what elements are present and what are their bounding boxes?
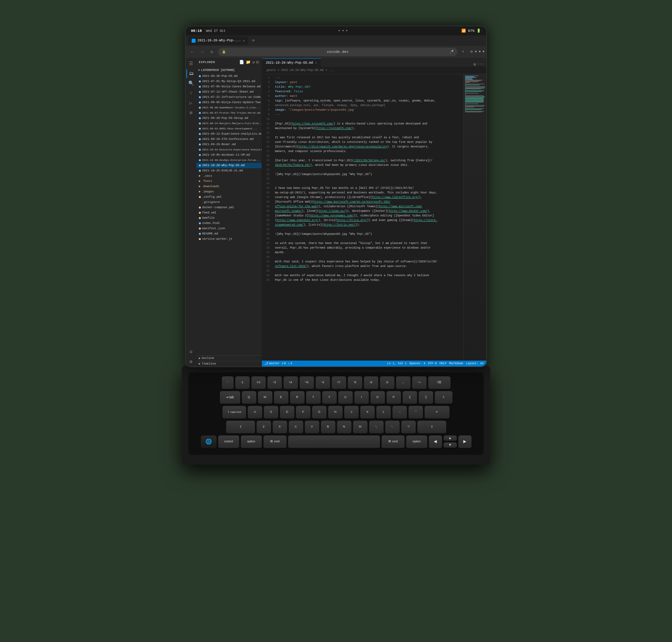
key-i[interactable]: I bbox=[354, 391, 369, 404]
key-3[interactable]: # 3 bbox=[267, 376, 282, 389]
key-control[interactable]: control bbox=[218, 435, 239, 449]
search-icon[interactable]: 🔍 bbox=[186, 79, 196, 88]
key-option-right[interactable]: option bbox=[406, 435, 427, 449]
file-item[interactable]: .gitignore bbox=[196, 200, 262, 205]
key-e[interactable]: E bbox=[274, 391, 288, 404]
key-1[interactable]: ! 1 bbox=[235, 376, 250, 389]
key-m[interactable]: M bbox=[353, 421, 368, 434]
key-backslash[interactable]: | \ bbox=[435, 391, 452, 404]
key-f[interactable]: F bbox=[296, 406, 311, 419]
tab-close-button[interactable]: ✕ bbox=[243, 39, 245, 43]
cursor-position[interactable]: Ln 1, Col 1 bbox=[387, 362, 407, 365]
file-item[interactable]: 2021-10-08-DevOps-Enterprise-Forum... bbox=[196, 158, 262, 163]
key-shift-right[interactable]: ⇧ bbox=[417, 421, 446, 434]
reload-button[interactable]: ↻ bbox=[208, 48, 216, 56]
encoding[interactable]: UTF-8 bbox=[428, 362, 437, 365]
key-minus[interactable]: _ - bbox=[396, 376, 410, 389]
key-6[interactable]: ^ 6 bbox=[316, 376, 330, 389]
key-arrow-right[interactable]: ▶ bbox=[458, 435, 472, 449]
key-tab[interactable]: ⇥ tab bbox=[220, 391, 240, 404]
key-7[interactable]: & 7 bbox=[332, 376, 346, 389]
collapse-icon[interactable]: ⊟ bbox=[256, 60, 259, 65]
key-r[interactable]: R bbox=[290, 391, 304, 404]
file-item[interactable]: 2021-09-12-Experience-Analytics.md bbox=[196, 131, 262, 137]
editor-content[interactable]: 1 2 3 4 5 6 7 8 9 10 11 bbox=[262, 74, 486, 361]
key-k[interactable]: K bbox=[360, 406, 375, 419]
power-button[interactable] bbox=[486, 53, 487, 66]
file-item[interactable]: 2021-09-02-GMS2-Xbox-Development... bbox=[196, 126, 262, 131]
file-item[interactable]: 2021-10-01-Deloitte-Experience-Analyti..… bbox=[196, 147, 262, 152]
key-arrow-down[interactable]: ▼ bbox=[444, 442, 457, 448]
key-u[interactable]: U bbox=[338, 391, 353, 404]
key-y[interactable]: Y bbox=[322, 391, 337, 404]
refresh-icon[interactable]: ↺ bbox=[252, 60, 255, 65]
key-9[interactable]: ( 9 bbox=[364, 376, 378, 389]
key-j[interactable]: J bbox=[344, 406, 359, 419]
key-4[interactable]: $ 4 bbox=[284, 376, 298, 389]
file-item[interactable]: 2021-10-25-EVOLVE-21.md bbox=[196, 168, 262, 174]
key-o[interactable]: O bbox=[370, 391, 385, 404]
new-tab-button[interactable]: + bbox=[249, 37, 257, 45]
more-options-button[interactable]: ••• bbox=[476, 48, 484, 55]
key-d[interactable]: D bbox=[280, 406, 294, 419]
key-command-right[interactable]: ⌘ cmd bbox=[382, 435, 405, 449]
key-s[interactable]: S bbox=[264, 406, 278, 419]
menu-icon[interactable]: ☰ bbox=[186, 59, 196, 68]
back-button[interactable]: ← bbox=[188, 48, 196, 56]
browser-tab-active[interactable]: 2021-10-20-Why-Pop-... ✕ bbox=[188, 37, 248, 45]
line-ending[interactable]: CRLF bbox=[439, 362, 447, 365]
file-item[interactable]: 2021-07-12-APT-Cheat-Sheet.md bbox=[196, 89, 262, 94]
file-item[interactable]: 2021-09-29-CTO-Confessions.md bbox=[196, 137, 262, 142]
key-2[interactable]: @ 2 bbox=[251, 376, 266, 389]
layout-info[interactable]: Layout: on bbox=[466, 362, 484, 365]
file-item[interactable]: 2021-08-24-Manjaro-Manjaro-Full-Disk... bbox=[196, 121, 262, 126]
new-file-icon[interactable]: 📄 bbox=[239, 60, 245, 65]
key-v[interactable]: V bbox=[305, 421, 319, 434]
file-item[interactable]: 2021-09-29-Boom!.md bbox=[196, 142, 262, 147]
folder-item[interactable]: ▶fonts bbox=[196, 179, 262, 184]
share-button[interactable]: ⬆ bbox=[459, 48, 466, 55]
file-item[interactable]: manifest.json bbox=[196, 226, 262, 231]
file-item[interactable]: 2021-06-30-Pop-OS.md bbox=[196, 74, 262, 79]
key-equals[interactable]: + = bbox=[412, 376, 426, 389]
file-item[interactable]: 2021-08-05-Ninja-Caves-Update-Two.md bbox=[196, 100, 262, 105]
key-return[interactable]: ↵ bbox=[425, 406, 449, 419]
run-icon[interactable]: ▷ bbox=[186, 99, 196, 108]
file-item[interactable]: service-worker.js bbox=[196, 236, 262, 242]
file-item[interactable]: README.md bbox=[196, 231, 262, 236]
key-5[interactable]: % 5 bbox=[300, 376, 314, 389]
key-z[interactable]: Z bbox=[256, 421, 271, 434]
key-arrow-left[interactable]: ◀ bbox=[429, 435, 442, 449]
split-editor-button[interactable]: ⊞ bbox=[474, 62, 476, 67]
file-item[interactable]: 2021-09-20-Pop-OS-Setup.md bbox=[196, 116, 262, 121]
key-x[interactable]: X bbox=[273, 421, 287, 434]
folder-item[interactable]: ▶_sass bbox=[196, 174, 262, 179]
indentation[interactable]: Spaces: 4 bbox=[409, 362, 425, 365]
key-backtick[interactable]: ~ ` bbox=[222, 376, 234, 389]
key-semicolon[interactable]: : ; bbox=[393, 406, 407, 419]
key-w[interactable]: W bbox=[258, 391, 272, 404]
key-backspace[interactable]: ⌫ bbox=[428, 376, 450, 389]
key-b[interactable]: B bbox=[321, 421, 335, 434]
errors-warnings[interactable]: ✕ 0 ⚠ 3 bbox=[281, 362, 292, 365]
more-actions-button[interactable]: ··· bbox=[477, 62, 484, 67]
key-n[interactable]: N bbox=[337, 421, 352, 434]
key-p[interactable]: P bbox=[386, 391, 401, 404]
git-branch[interactable]: ⎇ master bbox=[264, 362, 279, 365]
file-item[interactable]: Gemfile bbox=[196, 215, 262, 221]
extensions-icon[interactable]: ⊞ bbox=[186, 108, 196, 118]
key-slash[interactable]: ? / bbox=[401, 421, 416, 434]
key-period[interactable]: > . bbox=[385, 421, 400, 434]
key-quote[interactable]: " ' bbox=[409, 406, 423, 419]
address-bar[interactable]: 🔒 vscode.dev 🎤 bbox=[218, 48, 458, 56]
key-globe[interactable]: 🌐 bbox=[201, 435, 216, 449]
key-command-left[interactable]: ⌘ cmd bbox=[263, 435, 287, 449]
key-c[interactable]: C bbox=[289, 421, 303, 434]
timeline-header[interactable]: ▶ Timeline bbox=[196, 361, 262, 367]
key-q[interactable]: Q bbox=[242, 391, 256, 404]
editor-tab-active[interactable]: 2021-10-20-Why-Pop-OS.md ✕ bbox=[262, 59, 321, 67]
key-shift-left[interactable]: ⇧ bbox=[226, 421, 255, 434]
key-0[interactable]: ) 0 bbox=[380, 376, 394, 389]
file-item[interactable]: 2021-08-08-GameMaker-Studio-2-Linu... bbox=[196, 105, 262, 110]
file-item[interactable]: index.html bbox=[196, 221, 262, 226]
